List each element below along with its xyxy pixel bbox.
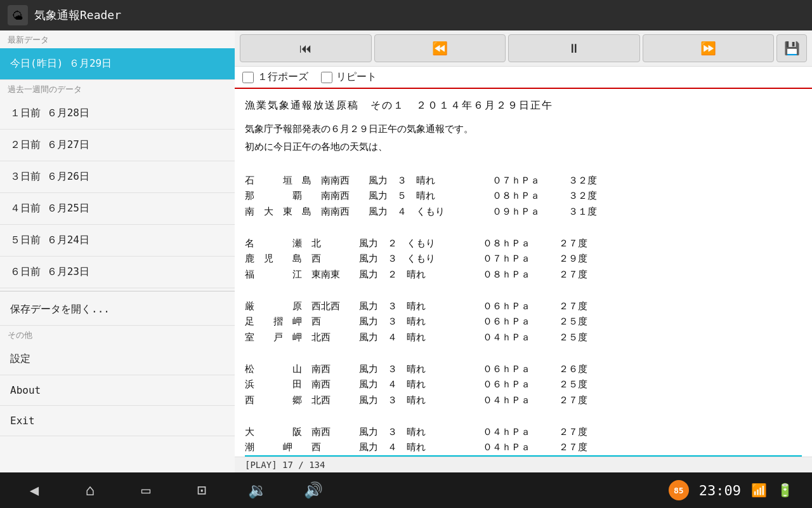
btn-save[interactable]: 💾 (776, 34, 807, 62)
btn-pause[interactable]: ⏸ (508, 34, 640, 62)
status-bar: [PLAY] 17 / 134 (235, 457, 812, 472)
btn-rewind[interactable]: ⏪ (374, 34, 506, 62)
options-row: １行ポーズ リピート (235, 67, 812, 89)
sidebar-item-day6[interactable]: ６日前 ６月23日 (0, 257, 235, 288)
btn-forward[interactable]: ⏩ (643, 34, 775, 62)
sidebar-item-day4[interactable]: ４日前 ６月25日 (0, 193, 235, 225)
section-latest-label: 最新データ (0, 30, 235, 48)
section-other-label: その他 (0, 326, 235, 344)
content-intro1: 気象庁予報部発表の６月２９日正午の気象通報です。 (245, 121, 802, 138)
nav-recents-icon[interactable]: ▭ (131, 475, 161, 505)
play-status: [PLAY] 17 / 134 (245, 460, 325, 470)
wifi-icon: 📶 (751, 483, 767, 498)
section-past-label: 過去一週間のデータ (0, 80, 235, 98)
checkbox-repeat-group: リピート (321, 70, 377, 84)
sidebar-item-about[interactable]: About (0, 375, 235, 406)
playback-controls: ⏮ ⏪ ⏸ ⏩ 💾 (235, 30, 812, 67)
btn-first[interactable]: ⏮ (240, 34, 372, 62)
app-icon: 🌤 (8, 5, 28, 25)
status-circle: 85 (669, 480, 689, 500)
sidebar-item-today[interactable]: 今日(昨日) ６月29日 (0, 48, 235, 80)
sidebar-item-day5[interactable]: ５日前 ６月24日 (0, 225, 235, 257)
nav-back-icon[interactable]: ◀ (19, 475, 49, 505)
weather-data: 石 垣 島 南南西 風力 ３ 晴れ ０７ｈＰａ ３２度 那 覇 南南西 風力 ５… (245, 173, 802, 457)
sidebar-item-settings[interactable]: 設定 (0, 344, 235, 375)
checkbox-pause-label: １行ポーズ (258, 70, 308, 84)
title-bar: 🌤 気象通報Reader (0, 0, 812, 30)
nav-right: 85 23:09 📶 🔋 (669, 480, 793, 500)
sidebar-item-day2[interactable]: ２日前 ６月27日 (0, 130, 235, 161)
nav-screenshot-icon[interactable]: ⊡ (187, 475, 217, 505)
sidebar: 最新データ 今日(昨日) ６月29日 過去一週間のデータ １日前 ６月28日 ２… (0, 30, 235, 472)
text-content: 漁業気象通報放送原稿 その１ ２０１４年６月２９日正午 気象庁予報部発表の６月２… (235, 89, 812, 457)
content-intro2: 初めに今日正午の各地の天気は、 (245, 139, 802, 156)
checkbox-pause-group: １行ポーズ (242, 70, 308, 84)
sidebar-item-day1[interactable]: １日前 ６月28日 (0, 98, 235, 130)
content-title: 漁業気象通報放送原稿 その１ ２０１４年６月２９日正午 (245, 97, 802, 114)
bottom-nav: ◀ ⌂ ▭ ⊡ 🔉 🔊 85 23:09 📶 🔋 (0, 472, 812, 508)
checkbox-repeat[interactable] (321, 72, 332, 83)
nav-volume-up-icon[interactable]: 🔊 (298, 475, 329, 505)
clock-display: 23:09 (699, 483, 741, 498)
content-area: ⏮ ⏪ ⏸ ⏩ 💾 １行ポーズ リピート 漁業気象通報放送原稿 その１ ２０１４… (235, 30, 812, 472)
divider-1 (0, 291, 235, 291)
app-title: 気象通報Reader (34, 8, 121, 23)
sidebar-item-day3[interactable]: ３日前 ６月26日 (0, 161, 235, 193)
checkbox-repeat-label: リピート (336, 70, 377, 84)
sidebar-item-exit[interactable]: Exit (0, 406, 235, 436)
checkbox-pause[interactable] (242, 72, 254, 83)
battery-icon: 🔋 (777, 483, 793, 498)
nav-home-icon[interactable]: ⌂ (75, 475, 105, 505)
nav-volume-down-icon[interactable]: 🔉 (242, 475, 273, 505)
main-area: 最新データ 今日(昨日) ６月29日 過去一週間のデータ １日前 ６月28日 ２… (0, 30, 812, 472)
sidebar-item-open[interactable]: 保存データを開く... (0, 294, 235, 326)
